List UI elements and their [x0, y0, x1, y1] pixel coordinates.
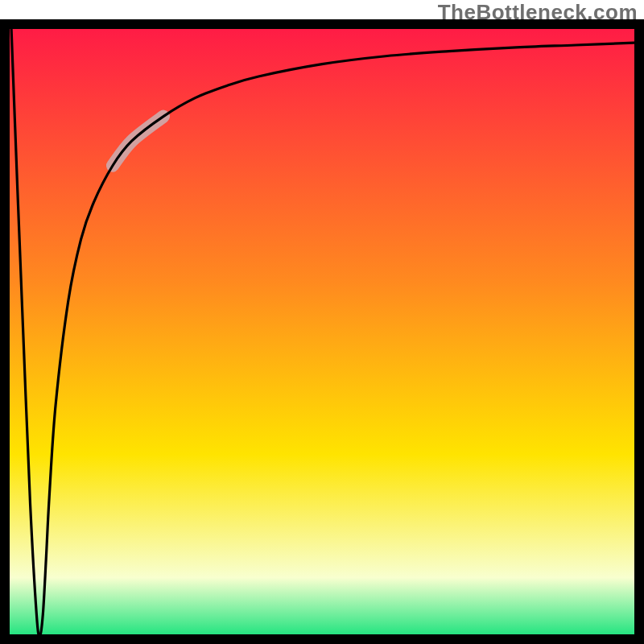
bottleneck-chart — [0, 0, 644, 644]
plot-background — [5, 24, 639, 639]
plot-area — [5, 24, 639, 639]
chart-container: TheBottleneck.com — [0, 0, 644, 644]
